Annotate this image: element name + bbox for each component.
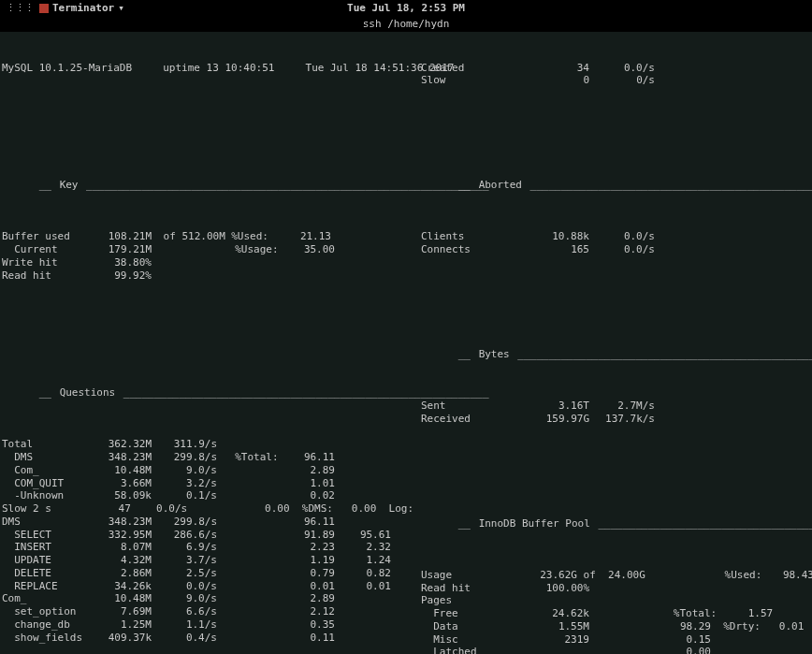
stat-value: 8.07M <box>86 541 152 554</box>
stat-value: 4.32M <box>86 554 152 567</box>
terminal-title-bar: ssh /home/hydn <box>0 17 812 32</box>
stat-row: DMS348.23M299.8/s %Total:96.11 <box>2 451 413 464</box>
stat-row: DELETE2.86M2.5/s0.790.82 <box>2 567 413 580</box>
stat-pct: 35.00 <box>279 243 335 256</box>
stat-label: Connects <box>421 243 515 256</box>
stat-row: DMS348.23M299.8/s96.11 <box>2 516 413 529</box>
apps-grid-icon[interactable]: ⋮⋮⋮ <box>6 2 34 15</box>
stat-label: Current <box>2 243 86 256</box>
stat-label: DELETE <box>2 567 86 580</box>
section-bytes: __ Bytes _______________________________… <box>421 335 812 373</box>
stat-tag: %Used: <box>213 230 275 243</box>
stat-pct: 96.11 <box>279 451 335 464</box>
stat-pct2: 2.32 <box>335 541 391 554</box>
app-menu-dropdown-icon[interactable]: ▾ <box>118 2 124 15</box>
stat-row: COM_QUIT3.66M3.2/s1.01 <box>2 477 413 490</box>
stat-label: SELECT <box>2 529 86 542</box>
stat-value: 34 <box>515 62 589 75</box>
top-menu-bar: ⋮⋮⋮ Terminator ▾ Tue Jul 18, 2:53 PM <box>0 0 812 17</box>
stat-row: Read hit100.00% <box>421 582 812 595</box>
stat-label: Clients <box>421 230 515 243</box>
stat-row: Created340.0/s <box>421 62 812 75</box>
stat-label: Write hit <box>2 256 86 269</box>
stat-rate: 1.1/s <box>152 618 217 632</box>
app-title[interactable]: Terminator <box>52 2 114 15</box>
stat-rate: 9.0/s <box>152 592 217 605</box>
stat-value: 10.88k <box>515 230 589 243</box>
stat-pct <box>279 256 335 269</box>
stat-pct2: 1.24 <box>335 554 391 567</box>
stat-row: INSERT8.07M6.9/s2.232.32 <box>2 541 413 554</box>
stat-label: Buffer used <box>2 230 86 243</box>
stat-pct: 1.19 <box>279 554 335 567</box>
header-line: MySQL 10.1.25-MariaDB uptime 13 10:40:51… <box>2 62 413 75</box>
stat-value: 10.48M <box>86 464 152 477</box>
stat-pct: 96.11 <box>279 516 335 529</box>
stat-rate: 0.0/s <box>589 62 655 75</box>
stat-label: Slow <box>421 74 515 87</box>
stat-label: change_db <box>2 618 86 632</box>
stat-rate: 0.1/s <box>152 489 217 502</box>
section-title-aborted: Aborted <box>477 179 524 191</box>
stat-row: UPDATE4.32M3.7/s1.191.24 <box>2 554 413 567</box>
stat-row: -Unknown58.09k0.1/s0.02 <box>2 489 413 502</box>
stat-value: 3.66M <box>86 477 152 490</box>
stat-row: change_db1.25M1.1/s0.35 <box>2 618 413 632</box>
stat-pct: 0.79 <box>279 567 335 580</box>
stat-row: SELECT332.95M286.6/s91.8995.61 <box>2 529 413 542</box>
stat-value: 348.23M <box>86 451 152 464</box>
stat-row: Buffer used108.21M of 512.00M %Used:21.1… <box>2 230 413 243</box>
stat-value: 2.86M <box>86 567 152 580</box>
stat-value: 38.80% <box>86 256 152 269</box>
stat-rate: 3.2/s <box>152 477 217 490</box>
stat-rate: 286.6/s <box>152 529 217 542</box>
stat-pct: 0.35 <box>279 618 335 632</box>
stat-label: UPDATE <box>2 554 86 567</box>
stat-value: 10.48M <box>86 592 152 605</box>
stat-value: 58.09k <box>86 489 152 502</box>
stat-rate: 0.4/s <box>152 632 217 645</box>
stat-value: 47 <box>75 502 131 516</box>
terminal-output[interactable]: MySQL 10.1.25-MariaDB uptime 13 10:40:51… <box>0 32 812 654</box>
stat-pct: 2.23 <box>279 541 335 554</box>
stat-value: 3.16T <box>515 400 589 413</box>
stat-pct: 21.13 <box>275 230 331 243</box>
stat-rate: 0.0/s <box>152 580 217 593</box>
section-aborted: __ Aborted _____________________________… <box>421 167 812 205</box>
stat-pct: 2.89 <box>279 464 335 477</box>
stat-label: Sent <box>421 400 515 413</box>
stat-rate: 0.0/s <box>131 502 187 516</box>
stat-rate: 0/s <box>589 74 655 87</box>
stat-rate: 0.0/s <box>589 230 655 243</box>
stat-row: Clients10.88k0.0/s <box>421 230 812 243</box>
stat-row: Pages <box>421 594 812 607</box>
section-title-bytes: Bytes <box>477 348 512 360</box>
stat-row: Write hit38.80% <box>2 256 413 269</box>
stat-row: REPLACE34.26k0.0/s0.010.01 <box>2 580 413 593</box>
stat-label: Total <box>2 438 86 451</box>
stat-value: 409.37k <box>86 632 152 645</box>
stat-value: 179.21M <box>86 243 152 256</box>
stat-label: set_option <box>2 605 86 618</box>
stat-rate: 2.7M/s <box>589 400 655 413</box>
section-innodb-buffer-pool: __ InnoDB Buffer Pool __________________… <box>421 504 812 543</box>
stat-row: Com_10.48M9.0/s2.89 <box>2 592 413 605</box>
section-title-key: Key <box>58 179 80 191</box>
section-title-questions: Questions <box>58 386 118 399</box>
stat-pct2: 0.82 <box>335 567 391 580</box>
stat-pct: 0.02 <box>279 489 335 502</box>
stat-pct: 0.01 <box>279 580 335 593</box>
stat-pct2: 95.61 <box>335 529 391 542</box>
stat-rate: 3.7/s <box>152 554 217 567</box>
stat-label: Slow 2 s <box>2 502 75 516</box>
section-key: __ Key _________________________________… <box>2 167 413 205</box>
stat-label: DMS <box>2 516 86 529</box>
stat-rate <box>152 269 217 283</box>
stat-rate: 6.6/s <box>152 605 217 618</box>
clock[interactable]: Tue Jul 18, 2:53 PM <box>347 2 465 15</box>
stat-row: show_fields409.37k0.4/s0.11 <box>2 632 413 645</box>
stat-rate <box>152 243 217 256</box>
stat-value: 34.26k <box>86 580 152 593</box>
stat-row: set_option7.69M6.6/s2.12 <box>2 605 413 618</box>
stat-value: 99.92% <box>86 269 152 283</box>
